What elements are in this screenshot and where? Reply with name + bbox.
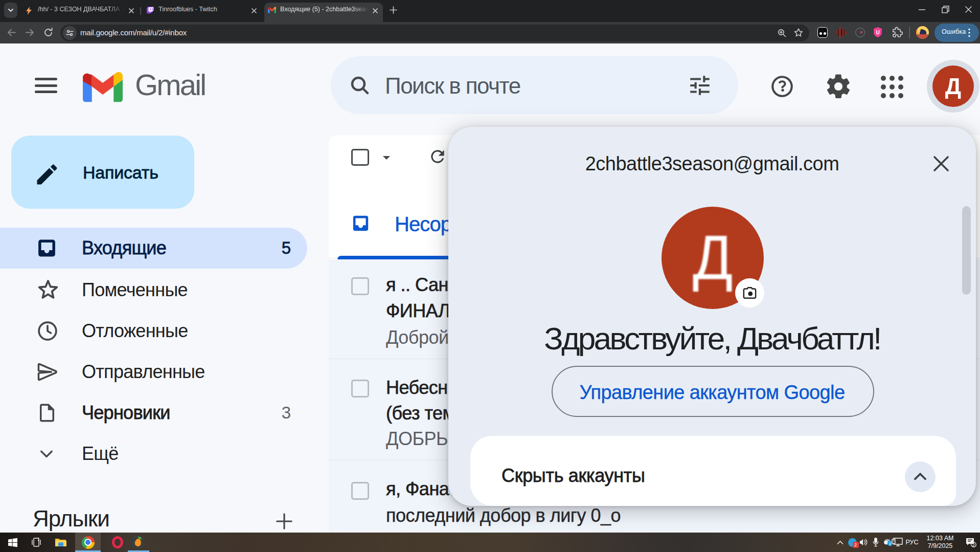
- svg-text:U: U: [876, 30, 879, 35]
- svg-text:2: 2: [972, 542, 975, 547]
